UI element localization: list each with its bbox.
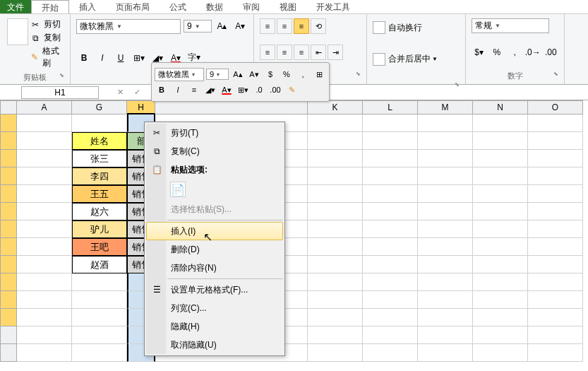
- cell[interactable]: [308, 203, 363, 220]
- paste-button[interactable]: [7, 18, 28, 45]
- mini-fill[interactable]: ◢▾: [203, 83, 217, 97]
- orientation[interactable]: ⟲: [311, 18, 326, 34]
- cell[interactable]: [473, 150, 528, 167]
- cell[interactable]: [72, 273, 127, 291]
- cell[interactable]: [363, 150, 418, 167]
- mini-bold[interactable]: B: [155, 83, 169, 97]
- indent-dec[interactable]: ⇤: [311, 45, 326, 60]
- ctx-paste-option[interactable]: 📄: [146, 179, 283, 200]
- tab-review[interactable]: 审阅: [233, 0, 270, 13]
- col-header[interactable]: M: [418, 100, 473, 114]
- align-right[interactable]: ≡: [294, 45, 309, 60]
- cell[interactable]: [17, 150, 72, 167]
- cell[interactable]: [308, 291, 363, 309]
- cell[interactable]: [17, 291, 72, 309]
- cell[interactable]: [418, 291, 473, 309]
- col-header[interactable]: O: [528, 100, 583, 114]
- tab-home[interactable]: 开始: [31, 0, 69, 13]
- cell[interactable]: 驴儿: [72, 220, 127, 238]
- indent-inc[interactable]: ⇥: [328, 45, 343, 60]
- cell[interactable]: 赵酒: [72, 256, 127, 273]
- cell[interactable]: [528, 256, 583, 273]
- align-top[interactable]: ≡: [260, 18, 275, 34]
- cell[interactable]: [17, 114, 72, 132]
- cell[interactable]: [17, 185, 72, 203]
- mini-decrease-font-icon[interactable]: A▾: [247, 67, 261, 81]
- cell[interactable]: [17, 344, 72, 362]
- cell[interactable]: [528, 238, 583, 256]
- cell[interactable]: [418, 132, 473, 150]
- number-format-combo[interactable]: 常规▼: [472, 18, 549, 33]
- cell[interactable]: [473, 203, 528, 220]
- cell[interactable]: [363, 273, 418, 291]
- cell[interactable]: [473, 185, 528, 203]
- cell[interactable]: [418, 256, 473, 273]
- row-header[interactable]: [0, 291, 17, 309]
- tab-dev[interactable]: 开发工具: [306, 0, 360, 13]
- row-header[interactable]: [0, 220, 17, 238]
- name-box[interactable]: H1: [21, 86, 99, 99]
- row-header[interactable]: [0, 238, 17, 256]
- ctx-copy[interactable]: ⧉复制(C): [146, 142, 283, 160]
- cell[interactable]: [418, 220, 473, 238]
- cell[interactable]: [528, 344, 583, 362]
- cell[interactable]: [72, 291, 127, 309]
- cell[interactable]: [528, 185, 583, 203]
- cell[interactable]: [363, 220, 418, 238]
- row-header[interactable]: [0, 185, 17, 203]
- cell[interactable]: [363, 344, 418, 362]
- tab-file[interactable]: 文件: [0, 0, 31, 13]
- cell[interactable]: [72, 326, 127, 344]
- cell[interactable]: [473, 132, 528, 150]
- cell[interactable]: [528, 326, 583, 344]
- cell[interactable]: [473, 220, 528, 238]
- ctx-delete[interactable]: 删除(D): [146, 240, 283, 259]
- mini-inc-decimal[interactable]: .00: [268, 83, 282, 97]
- cell[interactable]: [308, 185, 363, 203]
- cell[interactable]: [308, 309, 363, 326]
- fx-enter-icon[interactable]: ✓: [130, 86, 144, 99]
- align-center[interactable]: ≡: [277, 45, 292, 60]
- cell[interactable]: [308, 344, 363, 362]
- tab-formula[interactable]: 公式: [160, 0, 196, 13]
- row-header[interactable]: [0, 114, 17, 132]
- cell[interactable]: [418, 203, 473, 220]
- cell[interactable]: [17, 256, 72, 273]
- cell[interactable]: [363, 291, 418, 309]
- cell[interactable]: [308, 326, 363, 344]
- mini-percent-icon[interactable]: %: [280, 67, 294, 81]
- cell[interactable]: [473, 167, 528, 185]
- mini-align[interactable]: ≡: [187, 83, 201, 97]
- cell[interactable]: [17, 309, 72, 326]
- copy-button[interactable]: ⧉复制: [30, 32, 64, 44]
- cell[interactable]: [473, 273, 528, 291]
- ctx-insert[interactable]: 插入(I): [146, 222, 283, 240]
- align-bottom[interactable]: ≡: [294, 18, 309, 34]
- ctx-clear[interactable]: 清除内容(N): [146, 259, 283, 277]
- mini-styles-icon[interactable]: ⊞: [312, 67, 326, 81]
- col-header[interactable]: A: [17, 100, 72, 114]
- col-header[interactable]: K: [308, 100, 363, 114]
- cell[interactable]: [473, 309, 528, 326]
- cell[interactable]: [528, 167, 583, 185]
- tab-insert[interactable]: 插入: [69, 0, 106, 13]
- mini-font-size[interactable]: 9▾: [206, 69, 229, 80]
- cell[interactable]: [473, 256, 528, 273]
- cell[interactable]: [17, 167, 72, 185]
- row-header[interactable]: [0, 132, 17, 150]
- comma-button[interactable]: ,: [508, 45, 522, 60]
- align-middle[interactable]: ≡: [277, 18, 292, 34]
- cell[interactable]: [528, 114, 583, 132]
- cell[interactable]: 李四: [72, 167, 127, 185]
- cell[interactable]: [473, 114, 528, 132]
- cell[interactable]: 王五: [72, 185, 127, 203]
- cell[interactable]: [418, 309, 473, 326]
- row-header[interactable]: [0, 203, 17, 220]
- row-header[interactable]: [0, 150, 17, 167]
- cell[interactable]: [308, 150, 363, 167]
- col-header[interactable]: G: [72, 100, 127, 114]
- font-name-combo[interactable]: 微软雅黑▼: [76, 19, 181, 34]
- col-header[interactable]: L: [363, 100, 418, 114]
- cell[interactable]: [473, 238, 528, 256]
- row-header[interactable]: [0, 326, 17, 344]
